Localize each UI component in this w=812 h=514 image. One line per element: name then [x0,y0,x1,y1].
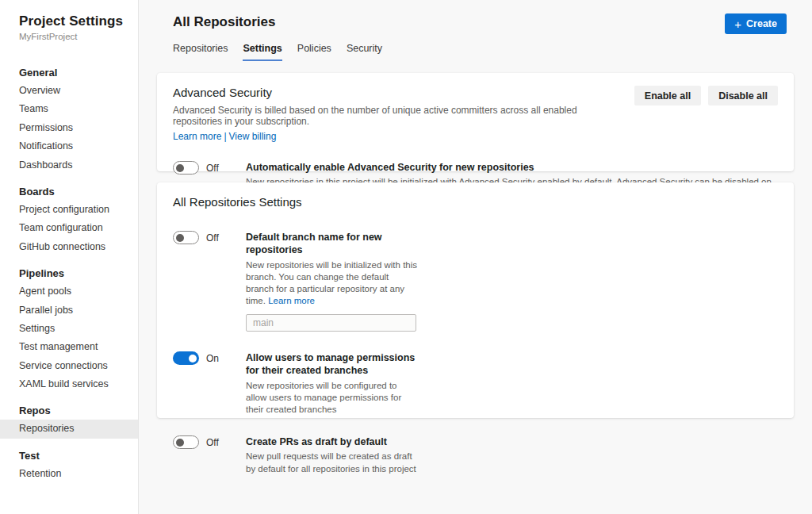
main-content: All Repositories + Create Repositories S… [139,0,812,514]
toggle-knob [176,234,184,242]
toggle-state-label: On [206,353,219,364]
plus-icon: + [734,18,741,30]
sidebar-item-team-configuration[interactable]: Team configuration [0,219,138,237]
sidebar-section-test: Test [0,447,138,465]
learn-more-link[interactable]: Learn more [268,296,315,305]
learn-more-link[interactable]: Learn more [173,131,221,142]
setting-description: New repositories will be configured to a… [246,380,419,416]
advanced-security-description: Advanced Security is billed based on the… [173,105,615,127]
advanced-security-card: Advanced Security Advanced Security is b… [157,73,794,171]
setting-title: Automatically enable Advanced Security f… [246,161,778,174]
sidebar-item-overview[interactable]: Overview [0,82,138,100]
setting-title: Create PRs as draft by default [246,435,419,448]
toggle-knob [189,355,197,362]
draft-prs-toggle[interactable] [173,435,199,449]
sidebar-item-service-connections[interactable]: Service connections [0,357,138,375]
setting-title: Default branch name for new repositories [246,231,419,257]
tab-security[interactable]: Security [347,43,382,61]
toggle-state-label: Off [206,163,219,174]
sidebar-project-name: MyFirstProject [0,29,138,41]
create-button-label: Create [746,18,777,29]
sidebar-item-repositories[interactable]: Repositories [0,420,138,438]
page-title: All Repositories [173,14,275,30]
toggle-knob [176,439,184,447]
auto-enable-advanced-security-toggle[interactable] [173,161,199,175]
disable-all-button[interactable]: Disable all [708,86,778,105]
view-billing-link[interactable]: View billing [229,131,277,142]
branch-permissions-toggle[interactable] [173,351,199,365]
all-repositories-settings-card: All Repositories Settings Off Default br… [157,182,794,418]
sidebar-item-test-management[interactable]: Test management [0,338,138,356]
toggle-knob [176,164,184,172]
sidebar-section-boards: Boards [0,182,138,201]
sidebar-item-project-configuration[interactable]: Project configuration [0,201,138,219]
sidebar-item-github-connections[interactable]: GitHub connections [0,238,138,256]
sidebar-item-notifications[interactable]: Notifications [0,137,138,155]
sidebar-item-settings[interactable]: Settings [0,320,138,338]
all-repositories-settings-title: All Repositories Settings [173,195,778,209]
default-branch-input[interactable] [246,314,416,332]
sidebar-nav: General Overview Teams Permissions Notif… [0,63,138,483]
sidebar-item-teams[interactable]: Teams [0,100,138,118]
sidebar-item-dashboards[interactable]: Dashboards [0,156,138,175]
toggle-state-label: Off [206,437,219,448]
default-branch-toggle[interactable] [173,231,199,244]
setting-description: New repositories will be initialized wit… [246,259,419,308]
create-button[interactable]: + Create [725,13,787,34]
setting-description: New pull requests will be created as dra… [246,451,419,474]
sidebar-title: Project Settings [0,0,138,29]
sidebar-section-repos: Repos [0,401,138,420]
setting-title: Allow users to manage permissions for th… [246,351,419,378]
sidebar-section-pipelines: Pipelines [0,264,138,282]
sidebar-item-agent-pools[interactable]: Agent pools [0,282,138,301]
sidebar-item-xaml-build-services[interactable]: XAML build services [0,375,138,393]
project-settings-sidebar: Project Settings MyFirstProject General … [0,0,139,514]
tab-settings[interactable]: Settings [243,43,282,61]
sidebar-item-parallel-jobs[interactable]: Parallel jobs [0,301,138,320]
tab-repositories[interactable]: Repositories [173,43,228,61]
default-branch-setting: Off Default branch name for new reposito… [173,231,778,332]
advanced-security-title: Advanced Security [173,86,615,99]
enable-all-button[interactable]: Enable all [634,86,701,105]
toggle-state-label: Off [206,232,219,244]
sidebar-item-permissions[interactable]: Permissions [0,119,138,137]
tab-policies[interactable]: Policies [297,43,331,61]
sidebar-item-retention[interactable]: Retention [0,465,138,483]
tab-bar: Repositories Settings Policies Security [173,43,382,61]
link-separator: | [224,131,226,142]
draft-prs-setting: Off Create PRs as draft by default New p… [173,435,778,475]
branch-permissions-setting: On Allow users to manage permissions for… [173,351,778,416]
sidebar-section-general: General [0,63,138,82]
